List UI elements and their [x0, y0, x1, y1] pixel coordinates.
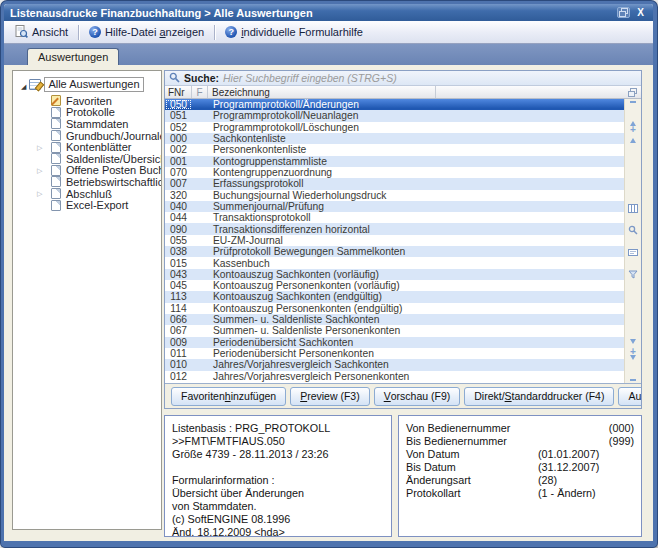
parameter-value: (28) [538, 474, 634, 487]
close-button[interactable]: X [634, 7, 647, 18]
scroll-up-icon[interactable] [630, 138, 636, 143]
document-icon [51, 142, 61, 153]
table-row[interactable]: 038 Prüfprotokoll Bewegungen Sammelkonte… [165, 246, 624, 257]
parameter-panel: Von Bedienernummer (000) Bis Bedienernum… [398, 415, 642, 537]
table-row[interactable]: 012 Jahres/Vorjahresvergleich Personenko… [165, 371, 624, 382]
parameter-value: (1 - Ändern) [538, 487, 634, 500]
table-row[interactable]: 015 Kassenbuch [165, 257, 624, 268]
search-input[interactable] [223, 72, 637, 84]
parameter-row: Bis Datum (31.12.2007) [406, 461, 634, 474]
view-button[interactable]: Ansicht [9, 23, 74, 42]
table-row[interactable]: 045 Kontoauszug Personenkonten (vorläufi… [165, 280, 624, 291]
table-row[interactable]: 114 Kontoauszug Personenkonten (endgülti… [165, 303, 624, 314]
scroll-page-up-icon[interactable] [630, 126, 636, 134]
tree-root-alle-auswertungen[interactable]: Alle Auswertungen [13, 76, 161, 95]
table-row[interactable]: 000 Sachkontenliste [165, 133, 624, 144]
cell-bezeichnung: Kontoauszug Personenkonten (vorläufig) [208, 280, 624, 291]
restore-icon[interactable] [617, 7, 630, 18]
expand-icon[interactable] [37, 189, 46, 198]
tab-auswertungen[interactable]: Auswertungen [27, 48, 119, 66]
table-row[interactable]: 040 Summenjournal/Prüfung [165, 201, 624, 212]
search-grid-icon[interactable] [628, 221, 638, 239]
tree-item[interactable]: Stammdaten [13, 118, 161, 130]
column-header-filler [436, 86, 624, 98]
help-icon [89, 26, 101, 38]
toolbar-separator [214, 25, 215, 40]
action-button[interactable]: Favoriten hinzufügen [171, 387, 286, 406]
cell-bezeichnung: Programmprotokoll/Änderungen [208, 99, 624, 110]
cell-fnr: 040 [165, 201, 192, 212]
search-label: Suche: [184, 72, 219, 84]
tree-item[interactable]: Excel-Export [13, 199, 161, 211]
tree-item[interactable]: Saldenliste/Übersicht [13, 153, 161, 165]
tree-item-list: Favoriten Protokolle Stammdaten Grundbuc… [13, 95, 161, 211]
table-row[interactable]: 050 Programmprotokoll/Änderungen [165, 99, 624, 110]
tree-item-label: Kontenblätter [66, 141, 131, 153]
table-row[interactable]: 320 Buchungsjournal Wiederholungsdruck [165, 190, 624, 201]
expand-icon[interactable] [37, 166, 46, 175]
cell-fnr: 114 [165, 303, 192, 314]
table-row[interactable]: 007 Erfassungsprotokoll [165, 178, 624, 189]
help-file-button[interactable]: Hilfe-Datei anzeigen [83, 24, 210, 40]
table-row[interactable]: 067 Summen- u. Saldenliste Personenkonte… [165, 325, 624, 336]
tree-item[interactable]: Favoriten [13, 95, 161, 107]
table-row[interactable]: 009 Periodenübersicht Sachkonten [165, 337, 624, 348]
table-row[interactable]: 051 Programmprotokoll/Neuanlagen [165, 110, 624, 121]
tree-item[interactable]: Protokolle [13, 107, 161, 119]
info-line: (c) SoftENGINE 08.1996 [172, 513, 384, 526]
table-row[interactable]: 090 Transaktionsdifferenzen horizontal [165, 223, 624, 234]
action-button[interactable]: Preview (F3) [290, 387, 370, 406]
cell-fnr: 051 [165, 110, 192, 121]
cell-bezeichnung: Periodenübersicht Personenkonten [208, 348, 624, 359]
action-button[interactable]: Direkt/Standarddrucker (F4) [464, 387, 614, 406]
column-header-bezeichnung[interactable]: Bezeichnung [208, 86, 436, 98]
cell-bezeichnung: Erfassungsprotokoll [208, 178, 624, 189]
cell-bezeichnung: Periodenübersicht Sachkonten [208, 337, 624, 348]
cell-bezeichnung: Jahres/Vorjahresvergleich Personenkonten [208, 371, 624, 382]
document-icon [51, 200, 61, 211]
parameter-row: Von Datum (01.01.2007) [406, 448, 634, 461]
table-row[interactable]: 113 Kontoauszug Sachkonten (endgültig) [165, 291, 624, 302]
scroll-down-icon[interactable] [630, 339, 636, 344]
collapse-icon[interactable] [21, 79, 26, 91]
cell-fnr: 043 [165, 269, 192, 280]
tree-item[interactable]: Grundbuch/Journale [13, 130, 161, 142]
action-button[interactable]: Vorschau (F9) [374, 387, 461, 406]
table-row[interactable]: 052 Programmprotokoll/Löschungen [165, 122, 624, 133]
customize-icon[interactable] [628, 243, 638, 261]
action-button[interactable]: Auswertung drucken [618, 387, 642, 406]
form-help-button[interactable]: individuelle Formularhilfe [219, 24, 369, 40]
table-row[interactable]: 010 Jahres/Vorjahresvergleich Sachkonten [165, 359, 624, 370]
cell-bezeichnung: Summen- u. Saldenliste Personenkonten [208, 325, 624, 336]
tree-item-label: Offene Posten Buchhaltung [66, 164, 162, 176]
table-rows: 050 Programmprotokoll/Änderungen 051 Pro… [165, 99, 624, 383]
expand-icon[interactable] [37, 143, 46, 152]
tree-item[interactable]: Kontenblätter [13, 141, 161, 153]
table-row[interactable]: 044 Transaktionsprotokoll [165, 212, 624, 223]
table-row[interactable]: 070 Kontengruppenzuordnung [165, 167, 624, 178]
scroll-to-top-icon[interactable] [630, 101, 636, 122]
parameter-label: Von Bedienernummer [406, 422, 538, 435]
table-row[interactable]: 043 Kontoauszug Sachkonten (vorläufig) [165, 269, 624, 280]
scroll-to-bottom-icon[interactable] [630, 360, 636, 381]
tree-item[interactable]: Betriebswirtschaftliche Auswertungen [13, 176, 161, 188]
tree-item[interactable]: Offene Posten Buchhaltung [13, 165, 161, 177]
info-line: Änd. 18.12.2009 <hda> [172, 526, 384, 537]
table-row[interactable]: 066 Summen- u. Saldenliste Sachkonten [165, 314, 624, 325]
maximize-grid-icon[interactable] [624, 86, 641, 98]
cell-fnr: 000 [165, 133, 192, 144]
tree-item[interactable]: Abschluß [13, 188, 161, 200]
table-row[interactable]: 055 EU-ZM-Journal [165, 235, 624, 246]
cell-fnr: 066 [165, 314, 192, 325]
column-header-favorite[interactable]: F [192, 86, 208, 98]
table-row[interactable]: 011 Periodenübersicht Personenkonten [165, 348, 624, 359]
cell-bezeichnung: Summen- u. Saldenliste Sachkonten [208, 314, 624, 325]
table-row[interactable]: 002 Personenkontenliste [165, 144, 624, 155]
document-icon [51, 188, 61, 199]
column-header-fnr[interactable]: FNr [165, 86, 192, 98]
columns-icon[interactable] [628, 199, 638, 217]
filter-icon[interactable] [628, 265, 638, 283]
tree-item-label: Favoriten [66, 95, 112, 107]
table-row[interactable]: 001 Kontogruppenstammliste [165, 156, 624, 167]
cell-bezeichnung: Kontoauszug Personenkonten (endgültig) [208, 303, 624, 314]
